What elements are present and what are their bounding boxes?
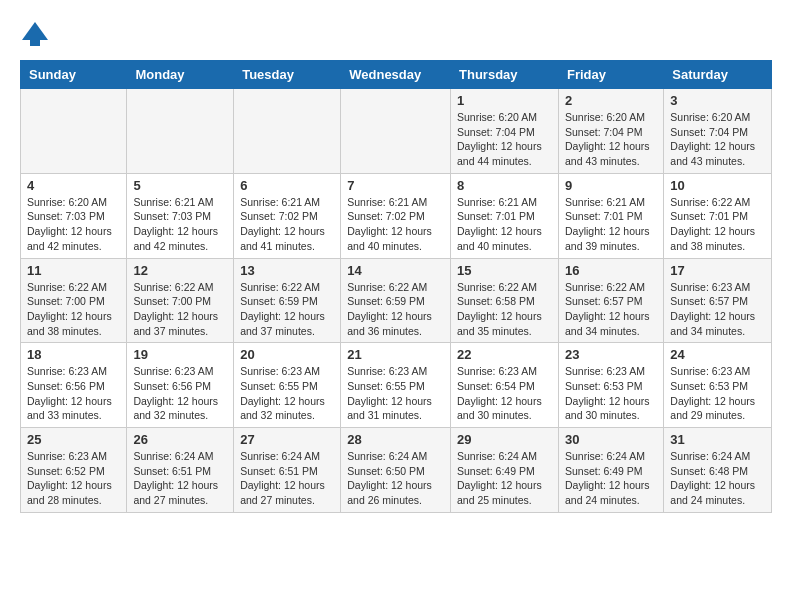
calendar-cell: 28Sunrise: 6:24 AM Sunset: 6:50 PM Dayli…: [341, 428, 451, 513]
day-number: 31: [670, 432, 765, 447]
calendar-cell: 26Sunrise: 6:24 AM Sunset: 6:51 PM Dayli…: [127, 428, 234, 513]
day-info: Sunrise: 6:21 AM Sunset: 7:02 PM Dayligh…: [240, 195, 334, 254]
day-number: 29: [457, 432, 552, 447]
day-info: Sunrise: 6:21 AM Sunset: 7:01 PM Dayligh…: [457, 195, 552, 254]
svg-rect-1: [30, 38, 40, 46]
calendar-cell: 5Sunrise: 6:21 AM Sunset: 7:03 PM Daylig…: [127, 173, 234, 258]
day-number: 19: [133, 347, 227, 362]
calendar-cell: 8Sunrise: 6:21 AM Sunset: 7:01 PM Daylig…: [451, 173, 559, 258]
svg-marker-0: [22, 22, 48, 40]
calendar-cell: [21, 89, 127, 174]
day-number: 6: [240, 178, 334, 193]
day-number: 28: [347, 432, 444, 447]
day-number: 14: [347, 263, 444, 278]
day-info: Sunrise: 6:20 AM Sunset: 7:03 PM Dayligh…: [27, 195, 120, 254]
calendar-cell: [341, 89, 451, 174]
day-info: Sunrise: 6:24 AM Sunset: 6:49 PM Dayligh…: [457, 449, 552, 508]
day-number: 7: [347, 178, 444, 193]
calendar-cell: 13Sunrise: 6:22 AM Sunset: 6:59 PM Dayli…: [234, 258, 341, 343]
day-info: Sunrise: 6:20 AM Sunset: 7:04 PM Dayligh…: [565, 110, 657, 169]
day-info: Sunrise: 6:23 AM Sunset: 6:56 PM Dayligh…: [133, 364, 227, 423]
calendar-cell: 1Sunrise: 6:20 AM Sunset: 7:04 PM Daylig…: [451, 89, 559, 174]
day-info: Sunrise: 6:22 AM Sunset: 7:00 PM Dayligh…: [27, 280, 120, 339]
day-info: Sunrise: 6:24 AM Sunset: 6:49 PM Dayligh…: [565, 449, 657, 508]
header-thursday: Thursday: [451, 61, 559, 89]
day-info: Sunrise: 6:20 AM Sunset: 7:04 PM Dayligh…: [670, 110, 765, 169]
day-info: Sunrise: 6:21 AM Sunset: 7:03 PM Dayligh…: [133, 195, 227, 254]
day-info: Sunrise: 6:22 AM Sunset: 7:00 PM Dayligh…: [133, 280, 227, 339]
day-number: 24: [670, 347, 765, 362]
calendar-cell: 6Sunrise: 6:21 AM Sunset: 7:02 PM Daylig…: [234, 173, 341, 258]
calendar-cell: 4Sunrise: 6:20 AM Sunset: 7:03 PM Daylig…: [21, 173, 127, 258]
header-sunday: Sunday: [21, 61, 127, 89]
day-info: Sunrise: 6:23 AM Sunset: 6:56 PM Dayligh…: [27, 364, 120, 423]
calendar-cell: 24Sunrise: 6:23 AM Sunset: 6:53 PM Dayli…: [664, 343, 772, 428]
day-info: Sunrise: 6:24 AM Sunset: 6:51 PM Dayligh…: [240, 449, 334, 508]
day-number: 8: [457, 178, 552, 193]
day-info: Sunrise: 6:23 AM Sunset: 6:57 PM Dayligh…: [670, 280, 765, 339]
day-number: 25: [27, 432, 120, 447]
calendar-cell: [234, 89, 341, 174]
day-number: 16: [565, 263, 657, 278]
day-number: 30: [565, 432, 657, 447]
day-info: Sunrise: 6:23 AM Sunset: 6:55 PM Dayligh…: [347, 364, 444, 423]
day-number: 26: [133, 432, 227, 447]
page-header: [20, 20, 772, 50]
day-info: Sunrise: 6:23 AM Sunset: 6:54 PM Dayligh…: [457, 364, 552, 423]
day-info: Sunrise: 6:24 AM Sunset: 6:50 PM Dayligh…: [347, 449, 444, 508]
day-info: Sunrise: 6:22 AM Sunset: 7:01 PM Dayligh…: [670, 195, 765, 254]
day-number: 20: [240, 347, 334, 362]
calendar-cell: 15Sunrise: 6:22 AM Sunset: 6:58 PM Dayli…: [451, 258, 559, 343]
calendar-cell: 9Sunrise: 6:21 AM Sunset: 7:01 PM Daylig…: [558, 173, 663, 258]
calendar-cell: 21Sunrise: 6:23 AM Sunset: 6:55 PM Dayli…: [341, 343, 451, 428]
calendar-cell: 14Sunrise: 6:22 AM Sunset: 6:59 PM Dayli…: [341, 258, 451, 343]
day-number: 5: [133, 178, 227, 193]
calendar-cell: 22Sunrise: 6:23 AM Sunset: 6:54 PM Dayli…: [451, 343, 559, 428]
calendar-cell: 23Sunrise: 6:23 AM Sunset: 6:53 PM Dayli…: [558, 343, 663, 428]
calendar-cell: 25Sunrise: 6:23 AM Sunset: 6:52 PM Dayli…: [21, 428, 127, 513]
day-info: Sunrise: 6:23 AM Sunset: 6:52 PM Dayligh…: [27, 449, 120, 508]
header-saturday: Saturday: [664, 61, 772, 89]
header-tuesday: Tuesday: [234, 61, 341, 89]
day-info: Sunrise: 6:21 AM Sunset: 7:02 PM Dayligh…: [347, 195, 444, 254]
day-info: Sunrise: 6:23 AM Sunset: 6:53 PM Dayligh…: [565, 364, 657, 423]
day-info: Sunrise: 6:20 AM Sunset: 7:04 PM Dayligh…: [457, 110, 552, 169]
calendar-cell: 18Sunrise: 6:23 AM Sunset: 6:56 PM Dayli…: [21, 343, 127, 428]
day-number: 3: [670, 93, 765, 108]
day-number: 9: [565, 178, 657, 193]
calendar-cell: 11Sunrise: 6:22 AM Sunset: 7:00 PM Dayli…: [21, 258, 127, 343]
day-number: 23: [565, 347, 657, 362]
weekday-header-row: SundayMondayTuesdayWednesdayThursdayFrid…: [21, 61, 772, 89]
day-number: 1: [457, 93, 552, 108]
day-number: 21: [347, 347, 444, 362]
week-row-3: 11Sunrise: 6:22 AM Sunset: 7:00 PM Dayli…: [21, 258, 772, 343]
header-friday: Friday: [558, 61, 663, 89]
calendar-cell: 12Sunrise: 6:22 AM Sunset: 7:00 PM Dayli…: [127, 258, 234, 343]
day-number: 17: [670, 263, 765, 278]
day-info: Sunrise: 6:22 AM Sunset: 6:59 PM Dayligh…: [347, 280, 444, 339]
calendar-cell: 30Sunrise: 6:24 AM Sunset: 6:49 PM Dayli…: [558, 428, 663, 513]
day-info: Sunrise: 6:23 AM Sunset: 6:53 PM Dayligh…: [670, 364, 765, 423]
day-number: 27: [240, 432, 334, 447]
day-info: Sunrise: 6:22 AM Sunset: 6:59 PM Dayligh…: [240, 280, 334, 339]
day-info: Sunrise: 6:23 AM Sunset: 6:55 PM Dayligh…: [240, 364, 334, 423]
day-number: 10: [670, 178, 765, 193]
calendar-table: SundayMondayTuesdayWednesdayThursdayFrid…: [20, 60, 772, 513]
day-number: 22: [457, 347, 552, 362]
header-wednesday: Wednesday: [341, 61, 451, 89]
calendar-cell: 29Sunrise: 6:24 AM Sunset: 6:49 PM Dayli…: [451, 428, 559, 513]
week-row-4: 18Sunrise: 6:23 AM Sunset: 6:56 PM Dayli…: [21, 343, 772, 428]
calendar-cell: 19Sunrise: 6:23 AM Sunset: 6:56 PM Dayli…: [127, 343, 234, 428]
calendar-cell: 10Sunrise: 6:22 AM Sunset: 7:01 PM Dayli…: [664, 173, 772, 258]
calendar-cell: 3Sunrise: 6:20 AM Sunset: 7:04 PM Daylig…: [664, 89, 772, 174]
calendar-cell: 27Sunrise: 6:24 AM Sunset: 6:51 PM Dayli…: [234, 428, 341, 513]
day-number: 2: [565, 93, 657, 108]
day-number: 11: [27, 263, 120, 278]
day-info: Sunrise: 6:24 AM Sunset: 6:51 PM Dayligh…: [133, 449, 227, 508]
header-monday: Monday: [127, 61, 234, 89]
day-number: 15: [457, 263, 552, 278]
logo-icon: [20, 20, 50, 50]
logo: [20, 20, 54, 50]
day-number: 13: [240, 263, 334, 278]
calendar-cell: 16Sunrise: 6:22 AM Sunset: 6:57 PM Dayli…: [558, 258, 663, 343]
